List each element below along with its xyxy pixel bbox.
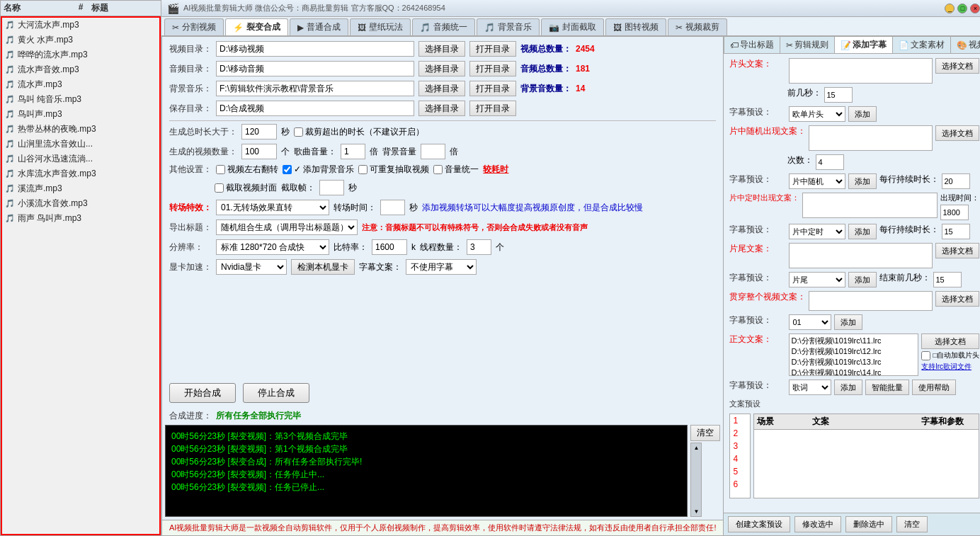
right-tab-添加字幕[interactable]: 📝添加字幕	[835, 37, 893, 53]
timed-preset-select[interactable]: 片中定时	[789, 224, 845, 239]
tab-裂变合成[interactable]: ⚡裂变合成	[225, 18, 288, 35]
list-item[interactable]: 🎵黄火 水声.mp3	[2, 33, 159, 47]
list-item[interactable]: 🎵鸟叫声.mp3	[2, 107, 159, 122]
list-item[interactable]: 🎵大河流水声.mp3	[2, 18, 159, 33]
full-video-select-btn[interactable]: 选择文档	[935, 291, 979, 307]
minimize-button[interactable]: _	[945, 4, 955, 13]
case-num-item[interactable]: 5	[730, 465, 750, 478]
save-dir-select-btn[interactable]: 选择目录	[418, 101, 465, 116]
maximize-button[interactable]: □	[957, 4, 967, 13]
gpu-select[interactable]: Nvidia显卡	[216, 259, 287, 275]
video-dir-input[interactable]	[216, 41, 414, 57]
cut-cover-check[interactable]	[215, 183, 224, 193]
video-dir-open-btn[interactable]: 打开目录	[469, 41, 516, 57]
transition-select[interactable]: 01.无转场效果直转	[216, 200, 329, 215]
resolution-select[interactable]: 标准 1280*720 合成快	[216, 239, 329, 255]
heading-text-area[interactable]	[789, 58, 933, 84]
timed-text-area[interactable]	[802, 193, 938, 218]
flip-video-check[interactable]	[216, 165, 225, 174]
right-tab-剪辑规则[interactable]: ✂剪辑规则	[780, 37, 835, 53]
time-consuming-link[interactable]: 较耗时	[483, 164, 508, 176]
tail-text-area[interactable]	[789, 243, 933, 268]
timed-duration-input[interactable]	[942, 224, 970, 239]
main-preset-add-btn[interactable]: 添加	[834, 380, 862, 395]
list-item[interactable]: 🎵热带丛林的夜晚.mp3	[2, 122, 159, 137]
audio-dir-select-btn[interactable]: 选择目录	[418, 61, 465, 76]
tail-preset-select[interactable]: 片尾	[789, 272, 845, 287]
end-seconds-input[interactable]	[933, 272, 962, 287]
flip-video-checkbox[interactable]: 视频左右翻转	[216, 164, 278, 176]
unify-volume-check[interactable]	[433, 165, 443, 174]
stop-synthesis-btn[interactable]: 停止合成	[243, 383, 309, 403]
repeat-video-check[interactable]	[358, 165, 368, 174]
right-tab-视频贴纸[interactable]: 🎨视频贴纸	[951, 37, 980, 53]
case-num-item[interactable]: 3	[730, 440, 750, 452]
case-num-item[interactable]: 6	[730, 478, 750, 491]
random-select-btn[interactable]: 选择文档	[935, 125, 979, 141]
subtitle-select[interactable]: 不使用字幕	[406, 259, 477, 275]
audio-dir-input[interactable]	[216, 61, 414, 76]
log-scrollbar[interactable]: ▲ ▼	[690, 443, 702, 517]
tab-封面截取[interactable]: 📷封面截取	[541, 18, 604, 35]
main-select-btn[interactable]: 选择文档	[921, 333, 979, 349]
tab-音频统一[interactable]: 🎵音频统一	[412, 18, 475, 35]
random-text-area[interactable]	[809, 125, 933, 151]
full-video-preset-select[interactable]: 01	[789, 314, 831, 330]
bgm-dir-open-btn[interactable]: 打开目录	[469, 81, 516, 96]
random-times-input[interactable]	[816, 154, 844, 170]
tab-图转视频[interactable]: 🖼图转视频	[605, 18, 666, 35]
bgm-dir-select-btn[interactable]: 选择目录	[418, 81, 465, 96]
clear-case-btn[interactable]: 清空	[896, 516, 928, 532]
add-bgm-checkbox[interactable]: ✓ 添加背景音乐	[283, 164, 354, 176]
threads-input[interactable]	[467, 239, 491, 255]
auto-load-heading-check[interactable]	[921, 351, 930, 360]
list-item[interactable]: 🎵雨声 鸟叫声.mp3	[2, 211, 159, 226]
tail-select-btn[interactable]: 选择文档	[935, 243, 979, 258]
table-row[interactable]	[754, 437, 979, 438]
video-dir-select-btn[interactable]: 选择目录	[418, 41, 465, 57]
list-item[interactable]: 🎵山涧里流水音效山...	[2, 137, 159, 152]
right-tab-导出标题[interactable]: 🏷导出标题	[724, 37, 780, 53]
export-tag-select[interactable]: 随机组合生成（调用导出标题题）	[216, 219, 358, 235]
list-item[interactable]: 🎵水库流水声音效.mp3	[2, 166, 159, 181]
main-preset-select[interactable]: 歌词	[789, 380, 831, 395]
tab-分割视频[interactable]: ✂分割视频	[164, 18, 224, 35]
unify-volume-checkbox[interactable]: 音量统一	[433, 164, 479, 176]
list-item[interactable]: 🎵流水声音效.mp3	[2, 62, 159, 77]
list-item[interactable]: 🎵鸟叫 纯音乐.mp3	[2, 92, 159, 107]
bgm-dir-input[interactable]	[216, 81, 414, 96]
random-preset-select[interactable]: 片中随机	[789, 173, 845, 189]
close-button[interactable]: ×	[970, 4, 980, 13]
right-tab-文案素材[interactable]: 📄文案素材	[893, 37, 951, 53]
heading-preset-add-btn[interactable]: 添加	[848, 106, 877, 122]
main-text-area[interactable]	[789, 333, 918, 376]
heading-select-btn[interactable]: 选择文档	[935, 58, 979, 74]
start-synthesis-btn[interactable]: 开始合成	[169, 383, 236, 403]
bgm-vol-input[interactable]	[421, 144, 445, 159]
crop-duration-check[interactable]	[294, 127, 303, 137]
front-seconds-input[interactable]	[824, 87, 853, 103]
out-time-input[interactable]	[940, 205, 969, 220]
tab-普通合成[interactable]: ▶普通合成	[290, 18, 348, 35]
list-item[interactable]: 🎵小溪流水音效.mp3	[2, 196, 159, 211]
timed-preset-add-btn[interactable]: 添加	[848, 224, 877, 239]
save-dir-open-btn[interactable]: 打开目录	[469, 101, 516, 116]
case-num-item[interactable]: 1	[730, 414, 750, 427]
scroll-down-icon[interactable]: ▼	[693, 508, 699, 515]
cut-frame-input[interactable]	[319, 180, 344, 195]
detect-gpu-btn[interactable]: 检测本机显卡	[291, 259, 355, 275]
random-duration-input[interactable]	[942, 173, 970, 189]
bitrate-input[interactable]	[372, 239, 407, 255]
cut-cover-checkbox[interactable]: 截取视频封面	[215, 182, 277, 194]
create-case-btn[interactable]: 创建文案预设	[728, 516, 790, 532]
help-btn[interactable]: 使用帮助	[912, 380, 956, 395]
auto-load-heading-checkbox[interactable]: □自动加载片头	[921, 350, 979, 360]
add-bgm-check[interactable]	[283, 165, 292, 174]
random-preset-add-btn[interactable]: 添加	[848, 173, 877, 189]
list-item[interactable]: 🎵溪流声.mp3	[2, 181, 159, 196]
delete-select-btn[interactable]: 删除选中	[845, 516, 892, 532]
batch-btn[interactable]: 智能批量	[865, 380, 909, 395]
clear-log-btn[interactable]: 清空	[690, 425, 720, 441]
tab-背景音乐[interactable]: 🎵背景音乐	[477, 18, 540, 35]
list-item[interactable]: 🎵哗哗的流水声.mp3	[2, 47, 159, 62]
